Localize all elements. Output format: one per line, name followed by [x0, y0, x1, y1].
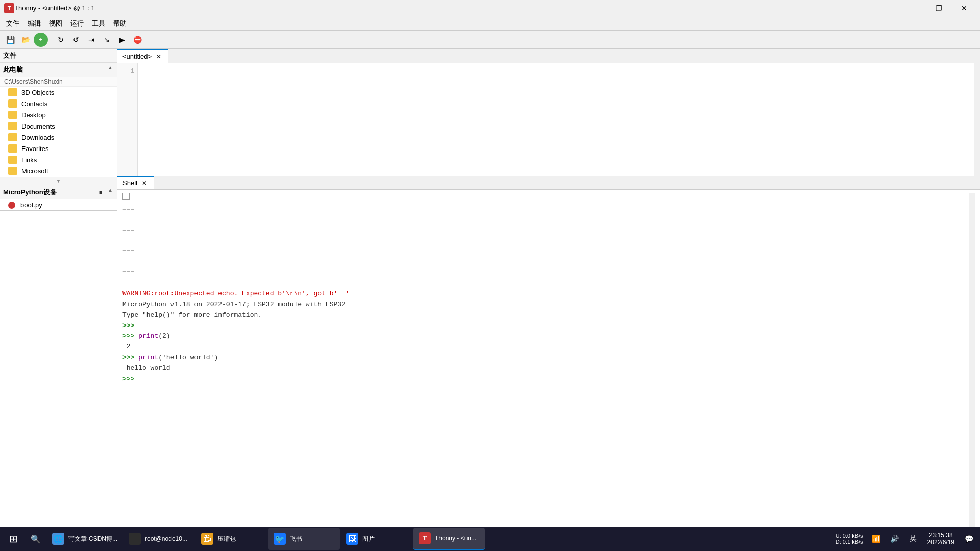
new-button[interactable]: +: [34, 33, 48, 47]
device-section: MicroPython设备 ≡ ▲ boot.py: [0, 185, 117, 211]
run-button[interactable]: ▶: [115, 33, 129, 47]
taskbar-item-feishu[interactable]: 🐦 飞书: [268, 528, 340, 550]
editor-tab-bar: <untitled> ✕: [117, 49, 980, 63]
line-number-1: 1: [117, 66, 137, 77]
folder-3d-objects[interactable]: 3D Objects: [0, 87, 117, 98]
save-button[interactable]: 💾: [3, 33, 17, 47]
file-boot-py[interactable]: boot.py: [0, 199, 117, 210]
shell-tab-bar: Shell ✕: [117, 176, 980, 190]
folder-microsoft[interactable]: Microsoft: [0, 165, 117, 177]
chrome-icon: 🌐: [52, 533, 64, 545]
folder-downloads[interactable]: Downloads: [0, 132, 117, 143]
device-menu-button[interactable]: ≡: [95, 187, 106, 197]
shell-scrollbar[interactable]: [969, 193, 975, 528]
file-device-icon: [8, 202, 15, 209]
close-button[interactable]: ✕: [952, 0, 976, 16]
taskbar-item-thonny[interactable]: T Thonny - <un...: [413, 528, 485, 550]
code-content[interactable]: [138, 63, 974, 176]
device-file-list: boot.py: [0, 199, 117, 210]
lang-icon[interactable]: 英: [905, 527, 921, 551]
file-panel-title: 文件: [3, 51, 16, 60]
folder-icon: [8, 144, 17, 153]
shell-line-out2: hello world: [122, 363, 969, 374]
network-icon[interactable]: 📶: [868, 527, 885, 551]
shell-line-sep4: ===: [122, 268, 969, 279]
folder-icon: [8, 122, 17, 130]
shell-line-icon: [122, 193, 969, 204]
taskbar-item-thonny-label: Thonny - <un...: [435, 535, 476, 542]
folder-favorites-label: Favorites: [21, 145, 48, 153]
redo-button[interactable]: ↻: [54, 33, 68, 47]
folder-downloads-label: Downloads: [21, 134, 54, 141]
archive-icon: 🗜: [201, 533, 213, 545]
taskbar-item-terminal[interactable]: 🖥 root@node10...: [124, 528, 195, 550]
folder-favorites[interactable]: Favorites: [0, 143, 117, 154]
local-label: 此电脑: [3, 65, 23, 74]
sound-icon[interactable]: 🔊: [887, 527, 903, 551]
folder-3d-objects-label: 3D Objects: [21, 89, 54, 96]
menu-file[interactable]: 文件: [2, 17, 23, 30]
editor-scrollbar-v[interactable]: [974, 63, 980, 176]
code-editor[interactable]: 1: [117, 63, 980, 176]
folder-icon: [8, 99, 17, 108]
open-button[interactable]: 📂: [18, 33, 33, 47]
shell-tab-close-button[interactable]: ✕: [140, 179, 149, 187]
title-bar-text: Thonny - <untitled> @ 1 : 1: [14, 4, 901, 12]
minimize-button[interactable]: —: [901, 0, 925, 16]
folder-desktop[interactable]: Desktop: [0, 109, 117, 120]
network-stats: U: 0.0 kB/s D: 0.1 kB/s: [832, 533, 866, 545]
menu-tools[interactable]: 工具: [88, 17, 109, 30]
local-scroll-up-icon[interactable]: ▲: [107, 65, 114, 75]
local-menu-button[interactable]: ≡: [95, 65, 106, 75]
clock-date: 2022/6/19: [927, 539, 954, 546]
shell-line-empty2: [122, 236, 969, 246]
taskbar-item-chrome[interactable]: 🌐 写文章-CSDN博...: [47, 528, 122, 550]
shell-tab[interactable]: Shell ✕: [117, 176, 154, 189]
window-controls: — ❐ ✕: [901, 0, 976, 16]
maximize-button[interactable]: ❐: [927, 0, 950, 16]
taskbar-item-archive[interactable]: 🗜 压缩包: [196, 528, 267, 550]
shell-line-help: Type "help()" for more information.: [122, 310, 969, 321]
editor-tab-untitled[interactable]: <untitled> ✕: [117, 49, 168, 63]
device-header-actions: ≡ ▲: [95, 187, 114, 197]
taskbar-item-archive-label: 压缩包: [217, 535, 236, 543]
local-scroll-down[interactable]: ▼: [0, 177, 117, 185]
menu-view[interactable]: 视图: [45, 17, 66, 30]
folder-documents[interactable]: Documents: [0, 120, 117, 132]
taskbar-item-chrome-label: 写文章-CSDN博...: [68, 535, 117, 543]
shell-line-empty4: [122, 278, 969, 289]
clock-time: 23:15:38: [929, 532, 953, 539]
device-section-header: MicroPython设备 ≡ ▲: [0, 185, 117, 199]
folder-desktop-label: Desktop: [21, 111, 46, 119]
step-into-button[interactable]: ↘: [100, 33, 114, 47]
step-over-button[interactable]: ⇥: [84, 33, 99, 47]
folder-icon: [8, 111, 17, 119]
start-button[interactable]: ⊞: [0, 527, 27, 551]
device-scroll-up-icon[interactable]: ▲: [107, 187, 114, 197]
shell-content[interactable]: === === === === WARNING:root:Unexpected …: [117, 190, 980, 531]
menu-edit[interactable]: 编辑: [23, 17, 45, 30]
taskbar-item-feishu-label: 飞书: [290, 535, 302, 543]
taskbar-clock[interactable]: 23:15:38 2022/6/19: [923, 532, 959, 546]
editor-area: <untitled> ✕ 1 Shell ✕ === ==: [117, 49, 980, 531]
folder-icon: [8, 133, 17, 141]
shell-line-empty3: [122, 257, 969, 268]
shell-line-micropython: MicroPython v1.18 on 2022-01-17; ESP32 m…: [122, 299, 969, 310]
chevron-down-icon: ▼: [56, 178, 61, 184]
images-icon: 🖼: [346, 533, 358, 545]
stop-button[interactable]: ⛔: [130, 33, 144, 47]
folder-links[interactable]: Links: [0, 154, 117, 165]
undo-button[interactable]: ↺: [69, 33, 83, 47]
folder-documents-label: Documents: [21, 122, 55, 130]
notification-icon[interactable]: 💬: [961, 527, 977, 551]
taskbar-item-images[interactable]: 🖼 图片: [341, 528, 412, 550]
thonny-taskbar-icon: T: [419, 532, 431, 544]
folder-microsoft-label: Microsoft: [21, 167, 48, 175]
menu-run[interactable]: 运行: [66, 17, 88, 30]
editor-tab-close-button[interactable]: ✕: [155, 53, 163, 61]
network-down: D: 0.1 kB/s: [836, 539, 863, 545]
taskbar-search-icon[interactable]: 🔍: [27, 527, 45, 551]
folder-icon: [8, 156, 17, 164]
menu-help[interactable]: 帮助: [109, 17, 131, 30]
folder-contacts[interactable]: Contacts: [0, 98, 117, 109]
